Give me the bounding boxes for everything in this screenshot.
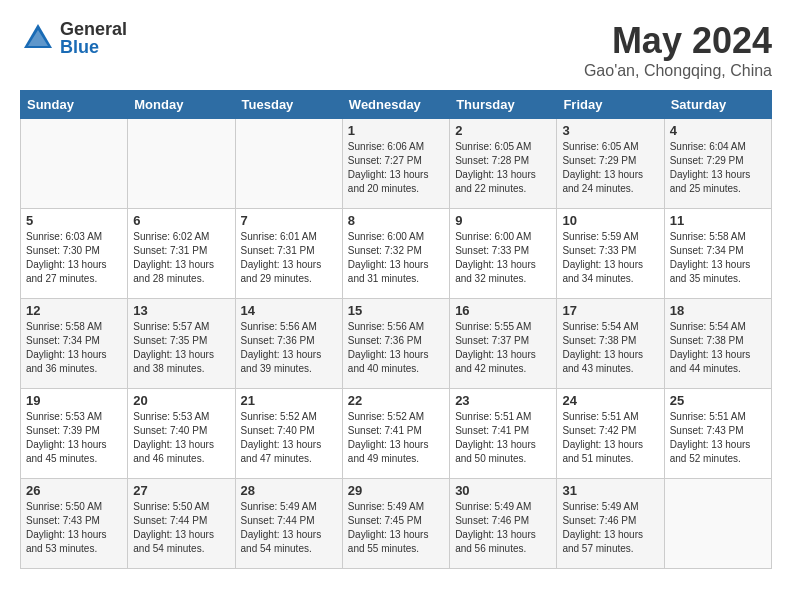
calendar-week-row: 1Sunrise: 6:06 AMSunset: 7:27 PMDaylight… [21,119,772,209]
page-header: General Blue May 2024 Gao'an, Chongqing,… [20,20,772,80]
calendar-week-row: 5Sunrise: 6:03 AMSunset: 7:30 PMDaylight… [21,209,772,299]
weekday-header: Friday [557,91,664,119]
calendar-cell: 13Sunrise: 5:57 AMSunset: 7:35 PMDayligh… [128,299,235,389]
calendar-cell: 27Sunrise: 5:50 AMSunset: 7:44 PMDayligh… [128,479,235,569]
day-number: 6 [133,213,229,228]
day-info: Sunrise: 5:54 AMSunset: 7:38 PMDaylight:… [670,320,766,376]
day-info: Sunrise: 5:49 AMSunset: 7:44 PMDaylight:… [241,500,337,556]
location: Gao'an, Chongqing, China [584,62,772,80]
calendar-cell: 31Sunrise: 5:49 AMSunset: 7:46 PMDayligh… [557,479,664,569]
day-number: 29 [348,483,444,498]
day-info: Sunrise: 5:59 AMSunset: 7:33 PMDaylight:… [562,230,658,286]
day-number: 11 [670,213,766,228]
day-number: 5 [26,213,122,228]
day-info: Sunrise: 5:52 AMSunset: 7:40 PMDaylight:… [241,410,337,466]
calendar-cell: 20Sunrise: 5:53 AMSunset: 7:40 PMDayligh… [128,389,235,479]
day-info: Sunrise: 5:49 AMSunset: 7:46 PMDaylight:… [562,500,658,556]
calendar-cell: 24Sunrise: 5:51 AMSunset: 7:42 PMDayligh… [557,389,664,479]
calendar-cell: 2Sunrise: 6:05 AMSunset: 7:28 PMDaylight… [450,119,557,209]
calendar-table: SundayMondayTuesdayWednesdayThursdayFrid… [20,90,772,569]
weekday-header: Monday [128,91,235,119]
calendar-cell: 15Sunrise: 5:56 AMSunset: 7:36 PMDayligh… [342,299,449,389]
day-info: Sunrise: 6:02 AMSunset: 7:31 PMDaylight:… [133,230,229,286]
calendar-cell: 7Sunrise: 6:01 AMSunset: 7:31 PMDaylight… [235,209,342,299]
day-number: 14 [241,303,337,318]
logo: General Blue [20,20,127,56]
day-info: Sunrise: 5:51 AMSunset: 7:41 PMDaylight:… [455,410,551,466]
calendar-cell: 10Sunrise: 5:59 AMSunset: 7:33 PMDayligh… [557,209,664,299]
day-number: 7 [241,213,337,228]
day-number: 3 [562,123,658,138]
day-number: 13 [133,303,229,318]
calendar-cell: 16Sunrise: 5:55 AMSunset: 7:37 PMDayligh… [450,299,557,389]
day-info: Sunrise: 5:58 AMSunset: 7:34 PMDaylight:… [670,230,766,286]
calendar-cell: 23Sunrise: 5:51 AMSunset: 7:41 PMDayligh… [450,389,557,479]
logo-general-text: General [60,20,127,38]
month-title: May 2024 [584,20,772,62]
weekday-header: Tuesday [235,91,342,119]
calendar-cell: 25Sunrise: 5:51 AMSunset: 7:43 PMDayligh… [664,389,771,479]
day-number: 21 [241,393,337,408]
weekday-header: Thursday [450,91,557,119]
day-info: Sunrise: 6:00 AMSunset: 7:32 PMDaylight:… [348,230,444,286]
weekday-header: Wednesday [342,91,449,119]
day-number: 24 [562,393,658,408]
calendar-cell: 6Sunrise: 6:02 AMSunset: 7:31 PMDaylight… [128,209,235,299]
title-section: May 2024 Gao'an, Chongqing, China [584,20,772,80]
day-info: Sunrise: 5:53 AMSunset: 7:40 PMDaylight:… [133,410,229,466]
day-number: 1 [348,123,444,138]
day-info: Sunrise: 5:55 AMSunset: 7:37 PMDaylight:… [455,320,551,376]
calendar-cell [21,119,128,209]
calendar-cell: 30Sunrise: 5:49 AMSunset: 7:46 PMDayligh… [450,479,557,569]
day-number: 30 [455,483,551,498]
calendar-cell [235,119,342,209]
day-info: Sunrise: 5:49 AMSunset: 7:45 PMDaylight:… [348,500,444,556]
day-info: Sunrise: 6:05 AMSunset: 7:28 PMDaylight:… [455,140,551,196]
day-info: Sunrise: 5:51 AMSunset: 7:42 PMDaylight:… [562,410,658,466]
calendar-cell [128,119,235,209]
calendar-week-row: 19Sunrise: 5:53 AMSunset: 7:39 PMDayligh… [21,389,772,479]
day-number: 18 [670,303,766,318]
day-info: Sunrise: 5:56 AMSunset: 7:36 PMDaylight:… [241,320,337,376]
weekday-header: Saturday [664,91,771,119]
day-number: 28 [241,483,337,498]
calendar-cell [664,479,771,569]
day-number: 8 [348,213,444,228]
calendar-cell: 28Sunrise: 5:49 AMSunset: 7:44 PMDayligh… [235,479,342,569]
calendar-cell: 5Sunrise: 6:03 AMSunset: 7:30 PMDaylight… [21,209,128,299]
day-info: Sunrise: 5:53 AMSunset: 7:39 PMDaylight:… [26,410,122,466]
day-info: Sunrise: 5:50 AMSunset: 7:43 PMDaylight:… [26,500,122,556]
weekday-header: Sunday [21,91,128,119]
day-number: 20 [133,393,229,408]
calendar-cell: 11Sunrise: 5:58 AMSunset: 7:34 PMDayligh… [664,209,771,299]
day-info: Sunrise: 6:04 AMSunset: 7:29 PMDaylight:… [670,140,766,196]
day-number: 27 [133,483,229,498]
weekday-header-row: SundayMondayTuesdayWednesdayThursdayFrid… [21,91,772,119]
logo-blue-text: Blue [60,38,127,56]
calendar-cell: 19Sunrise: 5:53 AMSunset: 7:39 PMDayligh… [21,389,128,479]
day-info: Sunrise: 6:00 AMSunset: 7:33 PMDaylight:… [455,230,551,286]
day-number: 16 [455,303,551,318]
calendar-cell: 18Sunrise: 5:54 AMSunset: 7:38 PMDayligh… [664,299,771,389]
day-info: Sunrise: 6:01 AMSunset: 7:31 PMDaylight:… [241,230,337,286]
calendar-cell: 3Sunrise: 6:05 AMSunset: 7:29 PMDaylight… [557,119,664,209]
day-info: Sunrise: 5:52 AMSunset: 7:41 PMDaylight:… [348,410,444,466]
calendar-week-row: 12Sunrise: 5:58 AMSunset: 7:34 PMDayligh… [21,299,772,389]
calendar-cell: 4Sunrise: 6:04 AMSunset: 7:29 PMDaylight… [664,119,771,209]
day-info: Sunrise: 5:50 AMSunset: 7:44 PMDaylight:… [133,500,229,556]
day-info: Sunrise: 6:06 AMSunset: 7:27 PMDaylight:… [348,140,444,196]
day-number: 9 [455,213,551,228]
calendar-cell: 9Sunrise: 6:00 AMSunset: 7:33 PMDaylight… [450,209,557,299]
day-number: 26 [26,483,122,498]
day-number: 25 [670,393,766,408]
logo-text: General Blue [60,20,127,56]
day-number: 22 [348,393,444,408]
day-number: 19 [26,393,122,408]
calendar-cell: 26Sunrise: 5:50 AMSunset: 7:43 PMDayligh… [21,479,128,569]
day-number: 23 [455,393,551,408]
calendar-cell: 22Sunrise: 5:52 AMSunset: 7:41 PMDayligh… [342,389,449,479]
day-info: Sunrise: 5:49 AMSunset: 7:46 PMDaylight:… [455,500,551,556]
day-number: 31 [562,483,658,498]
day-number: 2 [455,123,551,138]
day-number: 17 [562,303,658,318]
